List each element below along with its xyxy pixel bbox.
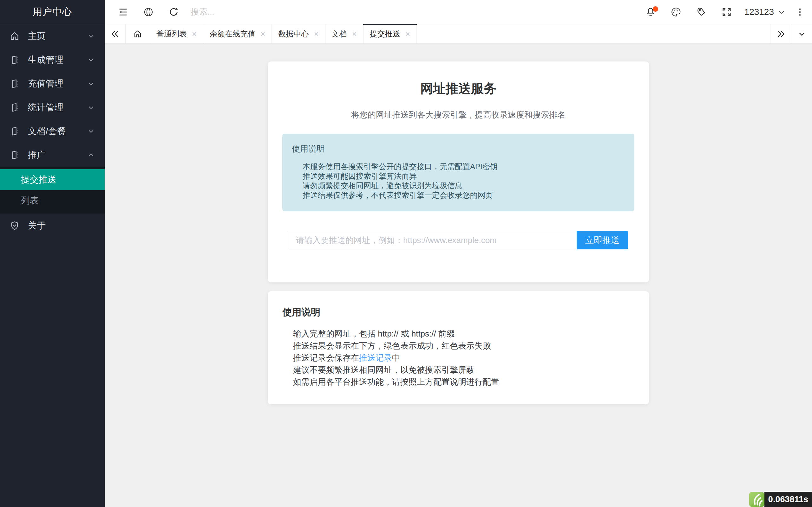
- notice-title: 使用说明: [292, 143, 625, 154]
- fullscreen-button[interactable]: [714, 0, 740, 24]
- push-input-row: 立即推送: [289, 231, 628, 249]
- document-icon: [9, 102, 20, 112]
- sidebar-item-label: 充值管理: [28, 78, 87, 90]
- sidebar-item-home[interactable]: 主页: [0, 24, 105, 48]
- refresh-button[interactable]: [161, 0, 187, 24]
- tab-label: 数据中心: [278, 29, 309, 39]
- help-line: 推送结果会显示在下方，绿色表示成功，红色表示失败: [282, 340, 635, 352]
- tabs-menu-button[interactable]: [791, 24, 812, 43]
- sidebar-item-label: 关于: [28, 220, 95, 232]
- promotion-submenu: 提交推送 列表: [0, 167, 105, 214]
- page-load-time[interactable]: 0.063811s: [764, 492, 812, 507]
- sidebar-item-about[interactable]: 关于: [0, 214, 105, 237]
- home-icon: [133, 30, 142, 38]
- tab-data-center[interactable]: 数据中心 ×: [272, 24, 325, 43]
- chevron-down-icon: [87, 127, 95, 135]
- sidebar: 用户中心 主页 生成管理 充值管理 统计管理: [0, 0, 105, 507]
- sidebar-item-label: 生成管理: [28, 54, 87, 66]
- tab-submit-push[interactable]: 提交推送 ×: [363, 24, 417, 43]
- user-menu[interactable]: 123123: [740, 0, 791, 24]
- sidebar-item-label: 主页: [28, 30, 87, 42]
- push-now-button[interactable]: 立即推送: [577, 231, 628, 249]
- tab-docs[interactable]: 文档 ×: [325, 24, 363, 43]
- notice-line: 推送效果可能因搜索引擎算法而异: [292, 171, 625, 181]
- help-line: 推送记录会保存在推送记录中: [282, 352, 635, 364]
- tabbar: 普通列表 × 余额在线充值 × 数据中心 × 文档 × 提交推送 ×: [105, 24, 812, 44]
- sidebar-item-label: 统计管理: [28, 101, 87, 113]
- language-globe-button[interactable]: [136, 0, 161, 24]
- notice-line: 请勿频繁提交相同网址，避免被识别为垃圾信息: [292, 181, 625, 190]
- tab-label: 文档: [332, 29, 347, 39]
- help-line: 如需启用各平台推送功能，请按照上方配置说明进行配置: [282, 376, 635, 388]
- theme-palette-button[interactable]: [663, 0, 689, 24]
- debug-toolbar: 0.063811s: [749, 492, 812, 507]
- sidebar-item-label: 推广: [28, 149, 87, 161]
- notice-line: 推送结果仅供参考，不代表搜索引擎一定会收录您的网页: [292, 190, 625, 200]
- sidebar-item-promotion[interactable]: 推广: [0, 143, 105, 167]
- tabbar-spacer: [417, 24, 770, 43]
- tab-label: 余额在线充值: [210, 29, 255, 39]
- document-icon: [9, 78, 20, 89]
- sidebar-item-label: 文档/套餐: [28, 125, 87, 137]
- home-icon: [9, 31, 20, 41]
- sidebar-item-docs-packages[interactable]: 文档/套餐: [0, 119, 105, 143]
- chevron-down-icon: [87, 56, 95, 64]
- shield-check-icon: [9, 221, 20, 231]
- app-title: 用户中心: [0, 0, 105, 24]
- tab-label: 提交推送: [370, 29, 400, 39]
- help-list: 输入完整的网址，包括 http:// 或 https:// 前缀 推送结果会显示…: [282, 328, 635, 388]
- document-icon: [9, 126, 20, 136]
- tabs-scroll-right-button[interactable]: [770, 24, 791, 43]
- close-icon[interactable]: ×: [260, 30, 265, 38]
- thinkphp-debug-icon[interactable]: [749, 492, 764, 507]
- main-content: 网址推送服务 将您的网址推送到各大搜索引擎，提高收录速度和搜索排名 使用说明 本…: [105, 44, 812, 507]
- chevron-down-icon: [777, 8, 786, 16]
- close-icon[interactable]: ×: [192, 30, 197, 38]
- sidebar-item-recharge[interactable]: 充值管理: [0, 72, 105, 95]
- push-records-link[interactable]: 推送记录: [359, 353, 392, 362]
- sidebar-subitem-submit-push[interactable]: 提交推送: [0, 169, 105, 190]
- notice-line: 本服务使用各搜索引擎公开的提交接口，无需配置API密钥: [292, 162, 625, 171]
- usage-help-card: 使用说明 输入完整的网址，包括 http:// 或 https:// 前缀 推送…: [268, 291, 649, 404]
- close-icon[interactable]: ×: [405, 30, 410, 38]
- url-input[interactable]: [289, 231, 577, 249]
- chevron-up-icon: [87, 151, 95, 159]
- help-line-text: 中: [392, 353, 400, 362]
- sidebar-item-generate[interactable]: 生成管理: [0, 48, 105, 72]
- document-icon: [9, 150, 20, 160]
- page-subtitle: 将您的网址推送到各大搜索引擎，提高收录速度和搜索排名: [282, 109, 635, 120]
- tag-button[interactable]: [689, 0, 714, 24]
- chevron-down-icon: [87, 32, 95, 40]
- tabs-scroll-left-button[interactable]: [105, 24, 125, 43]
- topbar: 123123: [105, 0, 812, 24]
- username: 123123: [745, 7, 774, 17]
- tab-label: 普通列表: [156, 29, 187, 39]
- tab-home[interactable]: [125, 24, 150, 43]
- chevron-down-icon: [87, 79, 95, 88]
- url-push-card: 网址推送服务 将您的网址推送到各大搜索引擎，提高收录速度和搜索排名 使用说明 本…: [268, 61, 649, 282]
- page-title: 网址推送服务: [282, 80, 635, 97]
- help-line: 建议不要频繁推送相同网址，以免被搜索引擎屏蔽: [282, 364, 635, 376]
- tab-balance-recharge[interactable]: 余额在线充值 ×: [203, 24, 272, 43]
- chevron-down-icon: [87, 103, 95, 112]
- help-title: 使用说明: [282, 306, 635, 319]
- usage-notice-box: 使用说明 本服务使用各搜索引擎公开的提交接口，无需配置API密钥 推送效果可能因…: [282, 134, 635, 211]
- document-icon: [9, 55, 20, 65]
- notifications-bell-button[interactable]: [638, 0, 663, 24]
- close-icon[interactable]: ×: [314, 30, 318, 38]
- sidebar-item-statistics[interactable]: 统计管理: [0, 95, 105, 119]
- help-line-text: 推送记录会保存在: [293, 353, 359, 362]
- notification-dot: [653, 6, 658, 12]
- close-icon[interactable]: ×: [352, 30, 357, 38]
- help-line: 输入完整的网址，包括 http:// 或 https:// 前缀: [282, 328, 635, 340]
- search-input[interactable]: [191, 7, 638, 17]
- sidebar-subitem-list[interactable]: 列表: [0, 190, 105, 211]
- collapse-sidebar-button[interactable]: [110, 0, 136, 24]
- tab-normal-list[interactable]: 普通列表 ×: [150, 24, 203, 43]
- more-options-button[interactable]: [791, 0, 809, 24]
